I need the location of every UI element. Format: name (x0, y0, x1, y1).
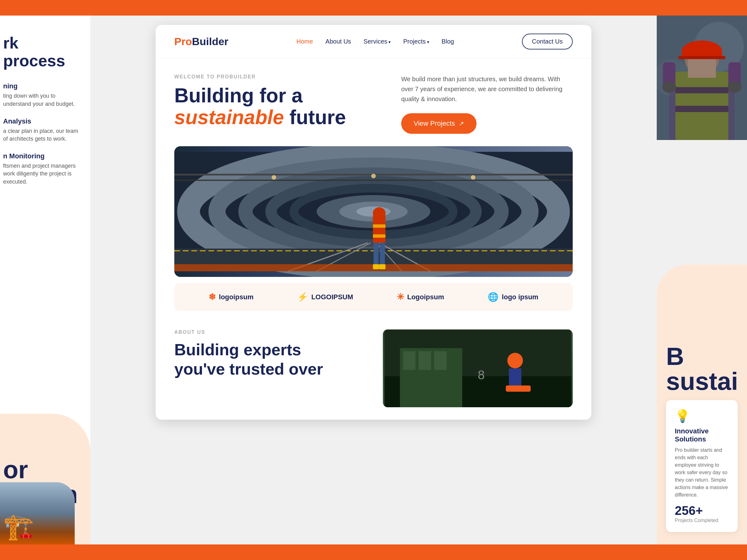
left-crane-image (0, 482, 75, 544)
hero-title-line2: future (289, 106, 346, 129)
view-projects-label: View Projects (414, 119, 455, 128)
svg-rect-17 (373, 224, 385, 228)
svg-point-29 (471, 175, 475, 180)
view-projects-button[interactable]: View Projects ↗ (401, 113, 476, 134)
nav-link-about[interactable]: About Us (326, 38, 351, 45)
crane-visual (0, 482, 75, 544)
left-section-title: rk process (3, 34, 84, 70)
svg-point-28 (371, 174, 376, 178)
logo-item-3: ✳ Logoipsum (397, 292, 444, 302)
right-card-title: Innovative Solutions (675, 427, 729, 443)
nav-item-blog[interactable]: Blog (442, 38, 454, 45)
logo-4-name: logo ipsum (502, 293, 538, 301)
nav-link-projects[interactable]: Projects (403, 38, 429, 45)
logo-builder: Builder (192, 35, 229, 47)
right-content: B sustai 💡 Innovative Solutions Pro buil… (657, 331, 747, 544)
nav-link-home[interactable]: Home (296, 38, 313, 45)
about-label: ABOUT US (174, 329, 364, 335)
svg-rect-18 (373, 234, 385, 238)
step-2-title: Analysis (3, 117, 84, 125)
logo-4-icon: 🌐 (488, 292, 499, 302)
hero-label: WELCOME TO PROBUILDER (174, 74, 389, 80)
nav-item-projects[interactable]: Projects (403, 38, 429, 45)
logo-item-2: ⚡ LOGOIPSUM (297, 292, 353, 302)
svg-rect-46 (669, 72, 735, 140)
about-title: Building experts you've trusted over (174, 340, 364, 379)
about-image-svg: 8 (383, 329, 573, 407)
logo-1-icon: ❄ (209, 292, 216, 302)
logos-strip: ❄ logoipsum ⚡ LOGOIPSUM ✳ Logoipsum 🌐 lo… (174, 283, 573, 311)
nav-link-services[interactable]: Services (364, 38, 391, 45)
about-section: ABOUT US Building experts you've trusted… (156, 317, 591, 420)
logo-2-name: LOGOIPSUM (311, 293, 353, 301)
step-1-text: ting down with you to understand your an… (3, 92, 84, 108)
nav-link-blog[interactable]: Blog (442, 38, 454, 45)
about-left: ABOUT US Building experts you've trusted… (174, 329, 364, 407)
step-2-text: a clear plan in place, our team of archi… (3, 127, 84, 143)
logo-3-icon: ✳ (397, 292, 404, 302)
about-right: 8 (383, 329, 573, 407)
nav-item-services[interactable]: Services (364, 38, 391, 45)
logo-2-icon: ⚡ (297, 292, 308, 302)
svg-rect-34 (419, 351, 431, 370)
svg-rect-21 (374, 243, 379, 266)
svg-text:8: 8 (478, 368, 485, 382)
svg-rect-37 (509, 368, 521, 387)
step-3-title: n Monitoring (3, 152, 84, 160)
svg-rect-23 (373, 264, 379, 269)
svg-rect-35 (434, 351, 447, 370)
right-big-text-1: B (666, 344, 738, 369)
svg-point-54 (662, 81, 676, 93)
logo-1-name: logoipsum (219, 293, 253, 301)
about-title-line2: you've trusted over (174, 360, 323, 378)
about-image: 8 (383, 329, 573, 407)
hero-right: We build more than just structures, we b… (401, 74, 573, 137)
right-panel: B sustai 💡 Innovative Solutions Pro buil… (657, 16, 747, 544)
right-worker-svg (657, 16, 747, 140)
top-border (0, 0, 747, 16)
right-card-stat: 256+ (675, 504, 729, 518)
step-3-text: ftsmen and project managers work diligen… (3, 162, 84, 186)
right-big-text-2: sustai (666, 369, 738, 394)
right-card-stat-label: Projects Completed (675, 518, 729, 523)
svg-point-27 (272, 175, 276, 180)
svg-rect-20 (373, 212, 385, 214)
nav-item-home[interactable]: Home (296, 38, 313, 45)
hero-image-container (174, 146, 573, 277)
svg-point-36 (507, 353, 523, 368)
svg-rect-22 (380, 243, 385, 266)
svg-rect-50 (678, 56, 725, 59)
tunnel-svg (174, 146, 573, 277)
right-card-icon: 💡 (675, 409, 729, 423)
right-card: 💡 Innovative Solutions Pro builder start… (666, 400, 738, 532)
hero-title-italic: sustainable (174, 106, 284, 129)
logo[interactable]: ProBuilder (174, 35, 229, 48)
browser-card: ProBuilder Home About Us Services Projec… (156, 25, 591, 420)
tunnel-image (174, 146, 573, 277)
step-1-title: ning (3, 82, 84, 90)
left-step-2: Analysis a clear plan in place, our team… (3, 117, 84, 143)
hero-section: WELCOME TO PROBUILDER Building for a sus… (156, 58, 591, 137)
left-or-text: or (3, 457, 90, 482)
right-top-image (657, 16, 747, 140)
logo-3-name: Logoipsum (407, 293, 444, 301)
logo-item-4: 🌐 logo ipsum (488, 292, 538, 302)
nav-item-about[interactable]: About Us (326, 38, 351, 45)
arrow-icon: ↗ (459, 120, 464, 127)
svg-rect-38 (506, 385, 531, 392)
nav-links: Home About Us Services Projects Blog (296, 38, 454, 45)
hero-title-line1: Building for a (174, 84, 303, 107)
svg-rect-33 (403, 351, 415, 370)
contact-us-button[interactable]: Contact Us (522, 34, 573, 50)
left-panel: rk process ning ting down with you to un… (0, 16, 90, 544)
navbar: ProBuilder Home About Us Services Projec… (156, 25, 591, 58)
logo-pro: Pro (174, 35, 192, 47)
left-step-1: ning ting down with you to understand yo… (3, 82, 84, 108)
about-title-line1: Building experts (174, 341, 301, 359)
main-wrapper: rk process ning ting down with you to un… (0, 16, 747, 544)
svg-rect-24 (379, 264, 385, 269)
right-big-text: B sustai (666, 344, 738, 394)
hero-description: We build more than just structures, we b… (401, 74, 573, 104)
center-main: ProBuilder Home About Us Services Projec… (90, 16, 657, 544)
bottom-border (0, 544, 747, 560)
